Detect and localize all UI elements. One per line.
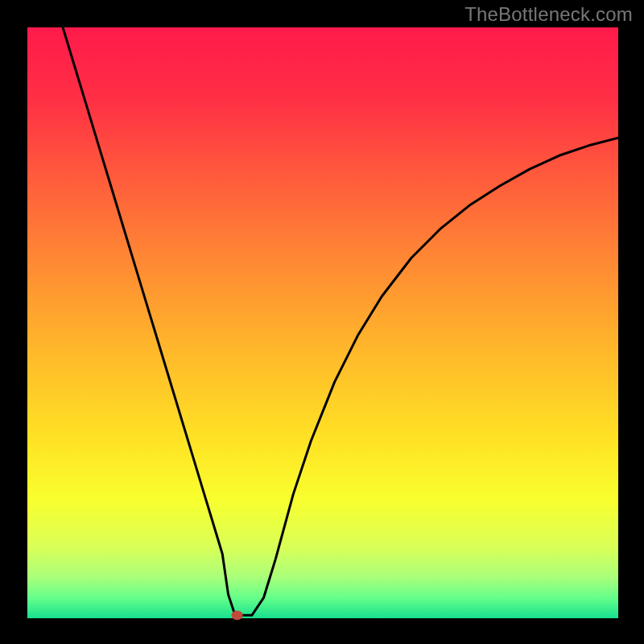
watermark-text: TheBottleneck.com <box>464 3 633 26</box>
plot-background <box>27 27 618 618</box>
bottleneck-chart <box>0 0 644 644</box>
chart-frame: TheBottleneck.com <box>0 0 644 644</box>
optimal-point-marker <box>232 610 243 620</box>
